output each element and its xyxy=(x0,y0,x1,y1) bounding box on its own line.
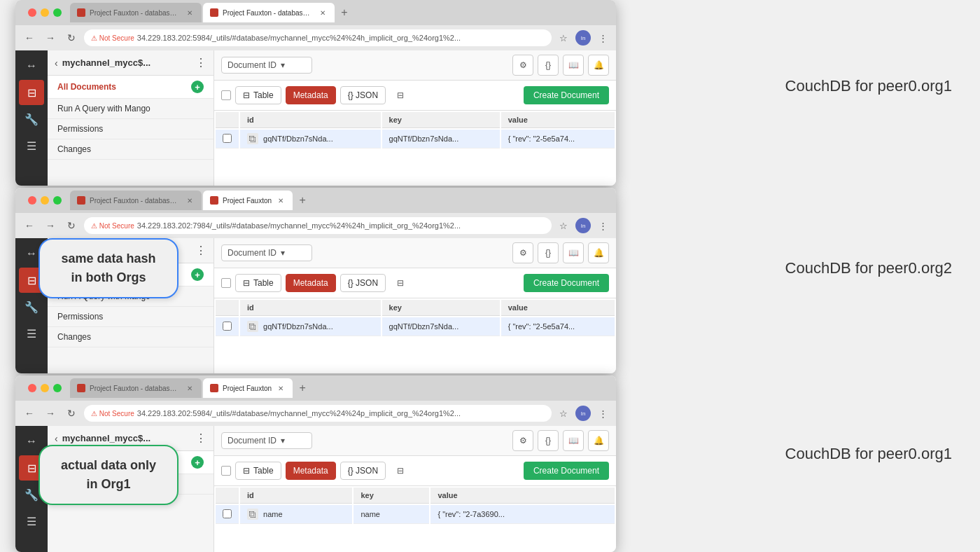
profile-avatar[interactable]: In xyxy=(575,30,591,46)
menu-icon-3[interactable]: ⋮ xyxy=(595,406,610,421)
json-view-button-2[interactable]: {} JSON xyxy=(340,274,386,292)
nav-changes-2[interactable]: Changes xyxy=(48,327,214,347)
select-all-checkbox-2[interactable] xyxy=(221,278,231,288)
maximize-button-3[interactable] xyxy=(53,384,62,392)
maximize-button-2[interactable] xyxy=(53,196,62,205)
profile-avatar-3[interactable]: In xyxy=(575,406,591,421)
table-row-3[interactable]: ⿻ name name { "rev": "2-7a3690... xyxy=(216,505,615,524)
sidebar-arrow-icon[interactable]: ↔ xyxy=(19,53,44,78)
settings-icon-3[interactable]: ⚙ xyxy=(512,430,533,451)
tab-close-active[interactable]: ✕ xyxy=(318,8,328,18)
create-document-button-3[interactable]: Create Document xyxy=(524,462,609,480)
doc-id-select-2[interactable]: Document ID ▾ xyxy=(221,244,312,261)
url-bar-1[interactable]: ⚠ Not Secure 34.229.183.202:5984/_utils/… xyxy=(84,29,552,46)
bell-icon[interactable]: 🔔 xyxy=(588,55,609,76)
table-row[interactable]: ⿻ gqNTf/Dbzn7sNda... gqNTf/Dbzn7sNda... … xyxy=(216,130,615,149)
menu-icon-2[interactable]: ⋮ xyxy=(595,218,610,233)
sidebar-list-icon-2[interactable]: ☰ xyxy=(19,321,44,346)
json-view-button[interactable]: {} JSON xyxy=(340,86,386,104)
add-document-button-2[interactable]: + xyxy=(191,268,204,281)
bell-icon-3[interactable]: 🔔 xyxy=(588,430,609,451)
db-chevron-icon[interactable]: ‹ xyxy=(55,57,58,69)
select-all-checkbox[interactable] xyxy=(221,90,231,100)
tab-close-active-3[interactable]: ✕ xyxy=(276,383,286,393)
row-checkbox-3[interactable] xyxy=(216,505,239,524)
minimize-button-3[interactable] xyxy=(41,384,49,392)
db-menu-button[interactable]: ⋮ xyxy=(195,56,206,69)
db-chevron-icon-3[interactable]: ‹ xyxy=(55,433,58,444)
tab-close-2[interactable]: ✕ xyxy=(185,195,195,205)
row-checkbox-2[interactable] xyxy=(216,317,239,336)
create-document-button-2[interactable]: Create Document xyxy=(524,274,609,292)
maximize-button[interactable] xyxy=(53,8,62,17)
minimize-button-2[interactable] xyxy=(41,196,49,205)
tab-close-3[interactable]: ✕ xyxy=(185,383,195,393)
back-button-3[interactable]: ← xyxy=(21,405,38,422)
close-button-2[interactable] xyxy=(28,196,36,205)
tab-active-2[interactable]: Project Fauxton ✕ xyxy=(203,191,293,210)
new-tab-button[interactable]: + xyxy=(336,4,353,21)
nav-permissions-2[interactable]: Permissions xyxy=(48,307,214,327)
settings-icon[interactable]: ⚙ xyxy=(512,55,533,76)
table-row-2[interactable]: ⿻ gqNTf/Dbzn7sNda... gqNTf/Dbzn7sNda... … xyxy=(216,317,615,336)
json-icon-3[interactable]: {} xyxy=(538,430,559,451)
profile-avatar-2[interactable]: In xyxy=(575,218,591,233)
sidebar-list-icon-3[interactable]: ☰ xyxy=(19,509,44,534)
forward-button[interactable]: → xyxy=(42,29,59,46)
new-tab-button-2[interactable]: + xyxy=(294,192,311,209)
minimize-button[interactable] xyxy=(41,8,49,17)
metadata-view-button-2[interactable]: Metadata xyxy=(286,274,336,292)
book-icon-3[interactable]: 📖 xyxy=(563,430,584,451)
close-button[interactable] xyxy=(28,8,36,17)
table-view-button-3[interactable]: ⊟ Table xyxy=(235,462,281,480)
nav-changes[interactable]: Changes xyxy=(48,139,214,160)
layout-icon-2[interactable]: ⊟ xyxy=(390,272,411,294)
forward-button-3[interactable]: → xyxy=(42,405,59,422)
tab-active-1[interactable]: Project Fauxton - database/myc... ✕ xyxy=(203,3,335,22)
db-menu-button-3[interactable]: ⋮ xyxy=(195,432,206,445)
select-all-checkbox-3[interactable] xyxy=(221,466,231,476)
json-view-button-3[interactable]: {} JSON xyxy=(340,462,386,480)
table-view-button-2[interactable]: ⊟ Table xyxy=(235,274,281,292)
tab-inactive-2[interactable]: Project Fauxton - database/myc... ✕ xyxy=(70,191,202,210)
back-button-2[interactable]: ← xyxy=(21,217,38,234)
sidebar-tool-icon-2[interactable]: 🔧 xyxy=(19,294,44,319)
tab-active-3[interactable]: Project Fauxton ✕ xyxy=(203,378,293,398)
star-icon-3[interactable]: ☆ xyxy=(556,406,571,421)
star-icon-2[interactable]: ☆ xyxy=(556,218,571,233)
tab-close-1[interactable]: ✕ xyxy=(185,8,195,18)
sidebar-list-icon[interactable]: ☰ xyxy=(19,133,44,158)
tab-close-active-2[interactable]: ✕ xyxy=(276,195,286,205)
nav-all-documents[interactable]: All Documents + xyxy=(48,76,214,99)
db-menu-button-2[interactable]: ⋮ xyxy=(195,244,206,257)
new-tab-button-3[interactable]: + xyxy=(294,380,311,396)
add-document-button[interactable]: + xyxy=(191,81,204,93)
forward-button-2[interactable]: → xyxy=(42,217,59,234)
close-button-3[interactable] xyxy=(28,384,36,392)
layout-icon-3[interactable]: ⊟ xyxy=(390,460,411,481)
star-icon[interactable]: ☆ xyxy=(556,30,571,46)
nav-permissions[interactable]: Permissions xyxy=(48,119,214,139)
sidebar-db-icon[interactable]: ⊟ xyxy=(19,80,44,105)
metadata-view-button-3[interactable]: Metadata xyxy=(286,462,336,480)
nav-query-mango[interactable]: Run A Query with Mango xyxy=(48,99,214,119)
json-icon-2[interactable]: {} xyxy=(538,242,559,263)
json-icon[interactable]: {} xyxy=(538,55,559,76)
book-icon-2[interactable]: 📖 xyxy=(563,242,584,263)
table-view-button[interactable]: ⊟ Table xyxy=(235,86,281,104)
refresh-button-3[interactable]: ↻ xyxy=(63,405,80,422)
refresh-button-2[interactable]: ↻ xyxy=(63,217,80,234)
row-checkbox[interactable] xyxy=(216,130,239,149)
url-bar-2[interactable]: ⚠ Not Secure 34.229.183.202:7984/_utils/… xyxy=(84,217,552,234)
metadata-view-button[interactable]: Metadata xyxy=(286,86,336,104)
tab-inactive-1[interactable]: Project Fauxton - database/myc... ✕ xyxy=(70,3,202,22)
sidebar-tool-icon[interactable]: 🔧 xyxy=(19,106,44,132)
doc-id-select-1[interactable]: Document ID ▾ xyxy=(221,57,312,74)
refresh-button[interactable]: ↻ xyxy=(63,29,80,46)
bell-icon-2[interactable]: 🔔 xyxy=(588,242,609,263)
tab-inactive-3[interactable]: Project Fauxton - database/myc... ✕ xyxy=(70,378,202,398)
create-document-button[interactable]: Create Document xyxy=(524,86,609,104)
url-bar-3[interactable]: ⚠ Not Secure 34.229.183.202:5984/_utils/… xyxy=(84,405,552,422)
doc-id-select-3[interactable]: Document ID ▾ xyxy=(221,432,312,449)
settings-icon-2[interactable]: ⚙ xyxy=(512,242,533,263)
